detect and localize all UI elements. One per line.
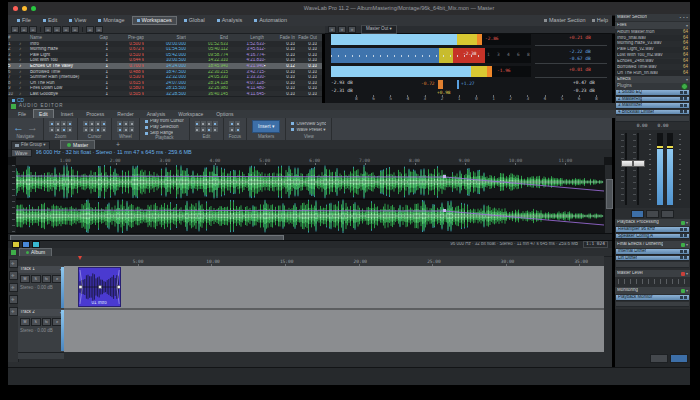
menu-item-automation[interactable]: Automation bbox=[249, 16, 292, 26]
ribbon-tool-icon[interactable] bbox=[55, 121, 60, 126]
mute-button[interactable] bbox=[661, 210, 674, 218]
close-window-icon[interactable] bbox=[13, 6, 18, 11]
album-filter-icon[interactable]: ▤ bbox=[86, 26, 94, 33]
ribbon-tool-icon[interactable] bbox=[129, 127, 134, 132]
slot-edit-icon[interactable] bbox=[680, 104, 683, 107]
album-columns-icon[interactable]: ▤ bbox=[53, 26, 61, 33]
ribbon-tool-icon[interactable] bbox=[101, 121, 106, 126]
montage-active-tab[interactable]: Album bbox=[19, 248, 52, 256]
ribbon-tool-icon[interactable] bbox=[67, 127, 72, 132]
ribbon-tool-icon[interactable] bbox=[67, 121, 72, 126]
ribbon-tool-icon[interactable] bbox=[61, 127, 66, 132]
final-panel-header[interactable]: Final Effects / Dithering▾ bbox=[615, 241, 690, 248]
column-header-Fade In[interactable]: Fade In bbox=[273, 34, 295, 41]
ribbon-tool-icon[interactable] bbox=[61, 121, 66, 126]
slot-edit-icon[interactable] bbox=[680, 228, 683, 231]
album-wand-icon[interactable]: ▤ bbox=[95, 26, 103, 33]
power-on-icon[interactable] bbox=[681, 83, 688, 90]
effect-slot[interactable]: 4 Brickwall Limiter bbox=[616, 110, 689, 116]
column-header-icon[interactable] bbox=[19, 34, 28, 41]
menu-right-item-help[interactable]: Help bbox=[592, 18, 608, 24]
playback-panel-header[interactable]: Playback Processing▾ bbox=[615, 219, 690, 226]
ribbon-tool-icon[interactable] bbox=[117, 127, 122, 132]
slot-bypass-icon[interactable] bbox=[684, 97, 687, 100]
final-slot[interactable]: Internal Dither bbox=[616, 249, 689, 255]
ribbon-tool-icon[interactable] bbox=[117, 121, 122, 126]
track-title-row[interactable]: Track 1▾ bbox=[18, 266, 64, 273]
menu-right-item-master-section[interactable]: Master Section bbox=[544, 18, 586, 24]
menu-item-view[interactable]: View bbox=[64, 16, 91, 26]
table-row[interactable]: 9♪Fires Down Low10.580 s28:15.50032:26.9… bbox=[8, 86, 322, 92]
table-row[interactable]: 3♪Pale Light10.510 s05:42.00009:58.7744:… bbox=[8, 52, 322, 58]
forward-arrow-icon[interactable]: → bbox=[27, 121, 38, 133]
ribbon-tab-edit[interactable]: Edit bbox=[33, 109, 54, 118]
slot-bypass-icon[interactable] bbox=[684, 296, 687, 299]
column-header-Pre-gap[interactable]: Pre-gap bbox=[108, 34, 144, 41]
fader-handle-right[interactable] bbox=[633, 160, 645, 167]
option-line[interactable]: Overview Sync bbox=[291, 122, 326, 127]
menu-item-montage[interactable]: Montage bbox=[93, 16, 129, 26]
column-header-Length[interactable]: Length bbox=[228, 34, 264, 41]
chevron-down-icon[interactable]: ▾ bbox=[686, 23, 688, 28]
zoom-tool-icon[interactable]: ✛ bbox=[9, 283, 18, 292]
mono-button[interactable] bbox=[631, 210, 644, 218]
table-row[interactable]: 1♪Intro10.500 s00:00.00001:52.6331:52.63… bbox=[8, 41, 322, 47]
column-header-icon[interactable] bbox=[264, 34, 273, 41]
column-header-End[interactable]: End bbox=[186, 34, 228, 41]
fader-handle-left[interactable] bbox=[621, 160, 633, 167]
file-format-badge[interactable]: Wave bbox=[11, 149, 32, 157]
ribbon-tab-options[interactable]: Options bbox=[210, 109, 239, 118]
table-row[interactable]: 8♪On The Run10.615 s24:07.00028:14.1284:… bbox=[8, 80, 322, 86]
effect-slot[interactable]: 3 Maximizer bbox=[616, 103, 689, 109]
ribbon-tab-file[interactable]: File bbox=[12, 109, 32, 118]
mute-button[interactable]: M bbox=[20, 275, 30, 283]
monitor-slot[interactable]: Playback Monitor bbox=[616, 295, 689, 301]
table-row[interactable]: 5♪Echoes Of The Valley10.700 s14:24.0001… bbox=[8, 63, 322, 69]
ribbon-tab-render[interactable]: Render bbox=[111, 109, 139, 118]
column-header-#[interactable]: # bbox=[8, 34, 19, 41]
ribbon-tool-icon[interactable] bbox=[123, 121, 128, 126]
mute-button[interactable]: M bbox=[20, 318, 30, 326]
slot-bypass-icon[interactable] bbox=[684, 234, 687, 237]
chevron-down-icon[interactable]: ▾ bbox=[686, 242, 688, 247]
montage-clip[interactable]: 01 Intro bbox=[78, 267, 121, 307]
ribbon-tool-icon[interactable] bbox=[207, 121, 212, 126]
cursor-tool-icon[interactable]: ✛ bbox=[9, 259, 18, 268]
gear-icon[interactable]: ✜ bbox=[328, 26, 336, 33]
chevron-down-icon[interactable]: ▾ bbox=[686, 271, 688, 276]
ribbon-tab-process[interactable]: Process bbox=[80, 109, 110, 118]
insert-marker-button[interactable]: Insert ▾ bbox=[252, 120, 280, 133]
chevron-down-icon[interactable]: ▾ bbox=[686, 220, 688, 225]
ribbon-tool-icon[interactable] bbox=[49, 121, 54, 126]
chevron-down-icon[interactable]: ▾ bbox=[686, 77, 688, 82]
add-tab-button[interactable]: + bbox=[116, 141, 120, 148]
fx-button[interactable]: fx bbox=[42, 318, 52, 326]
ribbon-tool-icon[interactable] bbox=[213, 127, 218, 132]
album-list-icon[interactable]: ▤ bbox=[71, 26, 79, 33]
maximize-window-icon[interactable] bbox=[31, 6, 36, 11]
ribbon-tool-icon[interactable] bbox=[129, 121, 134, 126]
table-row[interactable]: 7♪Summer Rain (Interlude)10.530 s22:32.0… bbox=[8, 75, 322, 81]
split-tool-icon[interactable]: ✛ bbox=[9, 307, 18, 316]
settings-chip[interactable] bbox=[670, 354, 688, 363]
slot-edit-icon[interactable] bbox=[680, 91, 683, 94]
effect-slot[interactable] bbox=[616, 116, 689, 122]
collapse-icon[interactable]: ▪ bbox=[683, 15, 684, 20]
ribbon-tab-insert[interactable]: Insert bbox=[55, 109, 80, 118]
ribbon-tool-icon[interactable] bbox=[195, 127, 200, 132]
slot-edit-icon[interactable] bbox=[680, 110, 683, 113]
wave-vscroll-thumb[interactable] bbox=[606, 179, 613, 209]
ribbon-tool-icon[interactable] bbox=[83, 127, 88, 132]
bypass-button[interactable] bbox=[646, 210, 659, 218]
table-row[interactable]: 4♪Lost With You10.644 s10:00.50014:22.31… bbox=[8, 58, 322, 64]
playback-slot[interactable]: Resampler 96 kHz bbox=[616, 227, 689, 233]
slot-edit-icon[interactable] bbox=[680, 234, 683, 237]
ribbon-tool-icon[interactable] bbox=[229, 127, 234, 132]
cd-tab[interactable]: CD bbox=[8, 98, 24, 103]
hand-tool-icon[interactable]: ✛ bbox=[9, 295, 18, 304]
fx-button[interactable]: fx bbox=[42, 275, 52, 283]
pencil-tool-icon[interactable]: ✛ bbox=[9, 271, 18, 280]
close-icon[interactable]: ▪ bbox=[687, 15, 688, 20]
ribbon-tool-icon[interactable] bbox=[213, 121, 218, 126]
final-slot[interactable] bbox=[616, 262, 689, 268]
